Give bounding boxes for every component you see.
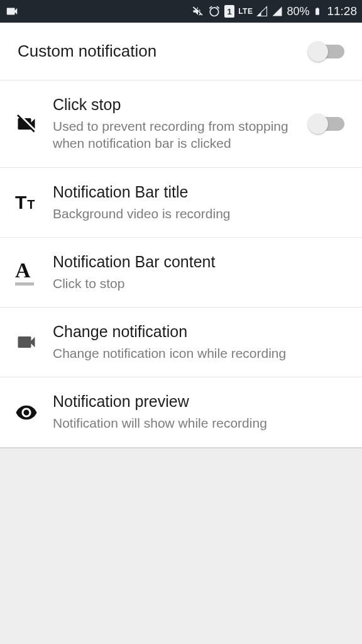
signal-1-icon bbox=[256, 6, 268, 17]
status-bar: 1 LTE 80% 11:28 bbox=[0, 0, 362, 23]
custom-notification-toggle[interactable] bbox=[309, 45, 344, 58]
change-notif-subtitle: Change notification icon while recording bbox=[53, 345, 337, 362]
lte-label: LTE bbox=[238, 7, 253, 16]
videocam-solid-icon bbox=[15, 331, 53, 353]
change-notif-title: Change notification bbox=[53, 323, 337, 341]
custom-notification-row[interactable]: Custom notification bbox=[0, 23, 362, 80]
text-format-icon: TT bbox=[15, 192, 53, 213]
bar-content-subtitle: Click to stop bbox=[53, 275, 337, 292]
settings-list: Custom notification Click stop Used to p… bbox=[0, 23, 362, 448]
sim-icon: 1 bbox=[224, 5, 234, 18]
battery-icon bbox=[313, 4, 322, 18]
text-content-icon: A bbox=[15, 260, 53, 286]
bar-title-title: Notification Bar title bbox=[53, 183, 337, 201]
bar-content-title: Notification Bar content bbox=[53, 253, 337, 271]
notification-bar-content-row[interactable]: A Notification Bar content Click to stop bbox=[0, 238, 362, 308]
signal-2-icon bbox=[272, 6, 283, 17]
bar-title-subtitle: Background video is recording bbox=[53, 205, 337, 222]
notification-bar-title-row[interactable]: TT Notification Bar title Background vid… bbox=[0, 168, 362, 238]
videocam-off-icon bbox=[15, 113, 53, 135]
change-notification-row[interactable]: Change notification Change notification … bbox=[0, 308, 362, 377]
eye-icon bbox=[15, 401, 53, 424]
mute-icon bbox=[192, 5, 204, 18]
click-stop-toggle[interactable] bbox=[309, 117, 344, 131]
preview-subtitle: Notification will show while recording bbox=[53, 414, 337, 431]
notification-preview-row[interactable]: Notification preview Notification will s… bbox=[0, 377, 362, 448]
videocam-icon bbox=[5, 4, 19, 18]
click-stop-subtitle: Used to prevent recording from stopping … bbox=[53, 118, 302, 152]
preview-title: Notification preview bbox=[53, 392, 337, 411]
alarm-icon bbox=[208, 5, 221, 18]
clock-time: 11:28 bbox=[327, 4, 357, 18]
click-stop-title: Click stop bbox=[53, 96, 302, 114]
battery-percent: 80% bbox=[287, 5, 309, 18]
custom-notification-title: Custom notification bbox=[18, 42, 302, 61]
click-stop-row[interactable]: Click stop Used to prevent recording fro… bbox=[0, 80, 362, 168]
